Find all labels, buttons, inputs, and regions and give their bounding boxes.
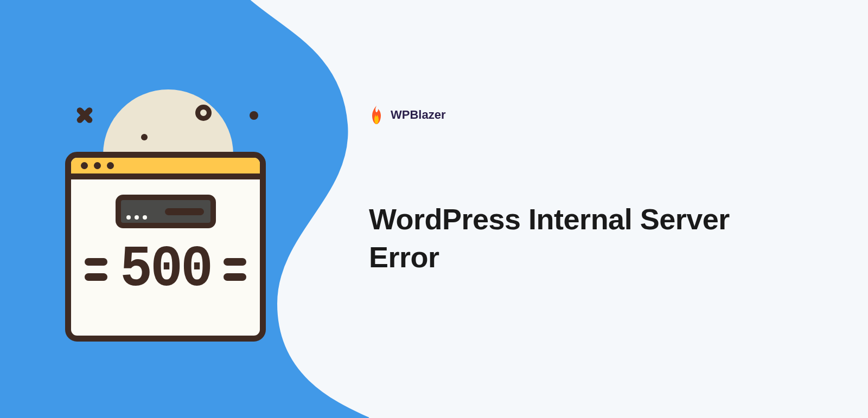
brand-logo: WPBlazer <box>369 106 803 124</box>
window-dot-icon <box>107 162 114 169</box>
dot-large-icon <box>250 111 258 120</box>
server-icon <box>116 195 216 228</box>
dot-small-icon <box>141 134 148 140</box>
equals-icon <box>224 258 246 281</box>
browser-window: 500 <box>65 152 266 342</box>
error-illustration: 500 <box>60 89 271 344</box>
window-dot-icon <box>94 162 101 169</box>
server-slot-icon <box>165 208 204 215</box>
content-area: WPBlazer WordPress Internal Server Error <box>369 106 803 276</box>
flame-icon <box>369 106 384 124</box>
error-code-row: 500 <box>71 240 260 299</box>
window-dot-icon <box>81 162 88 169</box>
ring-icon <box>195 105 212 121</box>
equals-icon <box>85 258 107 281</box>
page-headline: WordPress Internal Server Error <box>369 200 803 276</box>
server-lights-icon <box>126 215 147 220</box>
brand-name: WPBlazer <box>391 108 445 122</box>
error-code: 500 <box>120 240 211 299</box>
x-mark-icon <box>75 106 94 125</box>
browser-titlebar <box>71 158 260 179</box>
